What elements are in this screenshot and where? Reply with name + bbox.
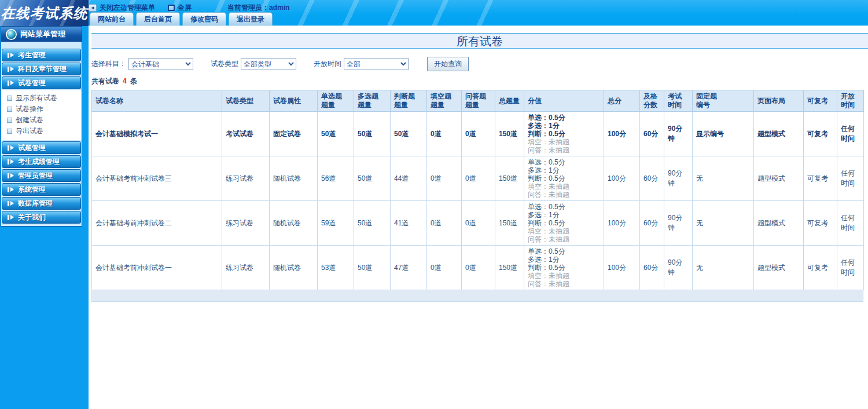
sidebar: 网站菜单管理 考生管理科目及章节管理试卷管理显示所有试卷试卷操作创建试卷导出试卷…	[0, 26, 89, 409]
sidebar-group[interactable]: 数据库管理	[2, 197, 81, 210]
arrow-left-icon: ◄	[89, 4, 97, 12]
score-line: 多选：1分	[528, 255, 600, 264]
score-line-muted: 问答：未抽题	[528, 191, 600, 199]
cell-single: 56道	[318, 156, 354, 201]
cell-score-lines: 单选：0.5分多选：1分判断：0.5分填空：未抽题问答：未抽题	[524, 156, 604, 201]
cell-qa: 0道	[462, 112, 495, 156]
cell-attr: 随机试卷	[270, 201, 318, 246]
score-line: 多选：1分	[528, 211, 600, 219]
cell-open-time: 任何时间	[837, 246, 864, 290]
page-title-bar: 所有试卷	[91, 33, 868, 49]
exam-count-prefix: 共有试卷	[91, 77, 119, 85]
table-row: 会计基础考前冲刺试卷三练习试卷随机试卷56道50道44道0道0道150道单选：0…	[92, 156, 864, 201]
cell-multi: 50道	[354, 201, 391, 246]
cell-single: 59道	[318, 201, 354, 246]
fullscreen-label: 全屏	[178, 3, 192, 13]
column-header: 试卷类型	[222, 90, 270, 112]
subject-label: 选择科目：	[91, 59, 126, 69]
cell-judge: 44道	[391, 156, 427, 201]
score-line: 多选：1分	[528, 166, 600, 174]
cell-pass-score: 60分	[640, 246, 664, 290]
cell-pass-score: 60分	[640, 201, 664, 246]
column-header: 总题量	[495, 90, 524, 112]
cell-retake: 可复考	[804, 246, 837, 290]
cell-pass-score: 60分	[640, 112, 664, 156]
sidebar-group[interactable]: 科目及章节管理	[2, 63, 81, 75]
column-header: 分值	[524, 90, 604, 112]
sidebar-group[interactable]: 关于我们	[2, 211, 81, 224]
cell-blank: 0道	[427, 246, 462, 290]
sidebar-menu-box: 网站菜单管理 考生管理科目及章节管理试卷管理显示所有试卷试卷操作创建试卷导出试卷…	[1, 26, 82, 227]
column-header: 试卷名称	[92, 90, 222, 112]
column-header: 及格分数	[640, 90, 664, 112]
cell-type: 考试试卷	[222, 112, 270, 156]
cell-fixed-no: 无	[693, 201, 754, 246]
cell-type: 练习试卷	[222, 246, 270, 290]
score-line: 判断：0.5分	[528, 130, 600, 138]
time-select[interactable]: 全部	[344, 58, 409, 70]
cell-single: 50道	[318, 112, 354, 156]
cell-total-score: 100分	[604, 201, 640, 246]
app-logo-text: 在线考试系统	[1, 4, 88, 23]
top-tab[interactable]: 网站前台	[90, 12, 134, 25]
sidebar-group[interactable]: 管理员管理	[2, 169, 81, 182]
sidebar-item[interactable]: 显示所有试卷	[1, 93, 82, 104]
sidebar-item[interactable]: 创建试卷	[1, 115, 82, 126]
table-body: 会计基础模拟考试一考试试卷固定试卷50道50道50道0道0道150道单选：0.5…	[92, 112, 864, 290]
list-square-icon	[7, 118, 12, 123]
exam-table: 试卷名称试卷类型试卷属性单选题题量多选题题量判断题题量填空题题量问答题题量总题量…	[91, 90, 864, 290]
play-icon	[8, 145, 14, 151]
cell-duration: 90分钟	[664, 201, 693, 246]
list-square-icon	[7, 107, 12, 112]
cell-pass-score: 60分	[640, 156, 664, 201]
score-line: 判断：0.5分	[528, 174, 600, 182]
subject-select[interactable]: 会计基础	[128, 58, 193, 70]
play-icon	[8, 159, 14, 165]
score-line-muted: 问答：未抽题	[528, 235, 600, 243]
cell-total: 150道	[495, 112, 524, 156]
sidebar-item[interactable]: 试卷操作	[1, 104, 82, 115]
sidebar-group-label: 试题管理	[18, 143, 46, 153]
cell-blank: 0道	[427, 201, 462, 246]
list-square-icon	[7, 96, 12, 101]
column-header: 问答题题量	[462, 90, 495, 112]
sidebar-group[interactable]: 考生管理	[2, 49, 81, 61]
cell-score-lines: 单选：0.5分多选：1分判断：0.5分填空：未抽题问答：未抽题	[524, 112, 604, 156]
type-select[interactable]: 全部类型	[241, 58, 296, 70]
app-logo: 在线考试系统	[0, 0, 89, 26]
cell-attr: 随机试卷	[270, 156, 318, 201]
table-footer-strip	[91, 290, 863, 302]
cell-name: 会计基础考前冲刺试卷一	[92, 246, 222, 290]
cell-open-time: 任何时间	[837, 112, 864, 156]
cell-layout: 题型模式	[754, 112, 804, 156]
page-title: 所有试卷	[457, 34, 503, 49]
column-header: 可复考	[804, 90, 837, 112]
cell-single: 53道	[318, 246, 354, 290]
score-line-muted: 问答：未抽题	[528, 146, 600, 154]
fullscreen-button[interactable]: 全屏	[168, 3, 192, 13]
cell-judge: 41道	[391, 201, 427, 246]
search-button[interactable]: 开始查询	[427, 57, 469, 71]
cell-layout: 题型模式	[754, 246, 804, 290]
sidebar-group[interactable]: 试题管理	[2, 141, 81, 154]
score-line: 多选：1分	[528, 122, 600, 130]
cell-score-lines: 单选：0.5分多选：1分判断：0.5分填空：未抽题问答：未抽题	[524, 201, 604, 246]
play-icon	[8, 215, 14, 220]
top-tabs: 网站前台后台首页修改密码退出登录	[90, 12, 273, 25]
close-left-menu-button[interactable]: ◄ 关闭左边管理菜单	[89, 3, 155, 13]
cell-multi: 50道	[354, 156, 391, 201]
top-tab[interactable]: 修改密码	[182, 12, 226, 25]
cell-layout: 题型模式	[754, 201, 804, 246]
sidebar-group[interactable]: 考生成绩管理	[2, 155, 81, 168]
cell-multi: 50道	[354, 112, 391, 156]
cell-retake: 可复考	[804, 112, 837, 156]
cell-total-score: 100分	[604, 246, 640, 290]
score-line-muted: 填空：未抽题	[528, 182, 600, 191]
top-tab[interactable]: 退出登录	[229, 12, 273, 25]
cell-layout: 题型模式	[754, 156, 804, 201]
top-tab[interactable]: 后台首页	[136, 12, 180, 25]
column-header: 试卷属性	[270, 90, 318, 112]
sidebar-group[interactable]: 试卷管理	[2, 76, 81, 89]
sidebar-item[interactable]: 导出试卷	[1, 126, 82, 137]
sidebar-group[interactable]: 系统管理	[2, 183, 81, 196]
